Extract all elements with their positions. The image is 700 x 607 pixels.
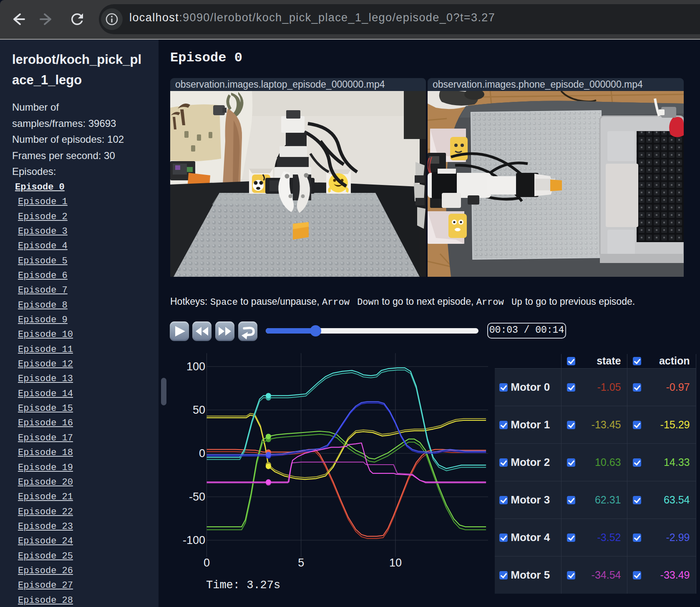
svg-text:-50: -50	[189, 491, 205, 503]
svg-text:10: 10	[389, 556, 402, 569]
svg-text:100: 100	[186, 360, 205, 373]
svg-text:0: 0	[199, 447, 205, 460]
svg-text:50: 50	[193, 404, 205, 416]
svg-text:-100: -100	[183, 534, 205, 546]
svg-text:0: 0	[204, 556, 210, 569]
svg-text:5: 5	[298, 556, 304, 569]
